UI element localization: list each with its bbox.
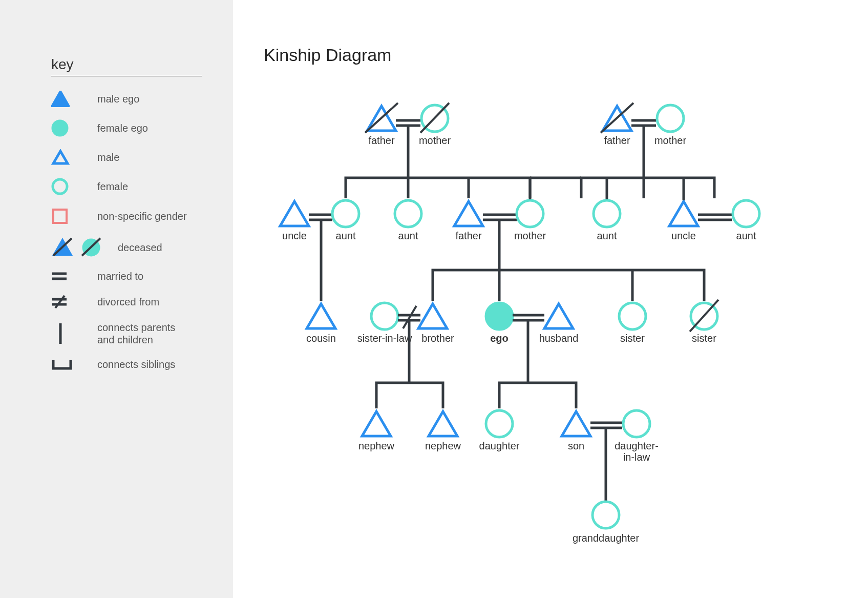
node-g5-granddaughter: granddaughter [573,502,639,544]
node-g1-father-right: father [601,103,633,146]
svg-point-71 [371,303,398,329]
node-g4-son: son [562,411,590,451]
svg-marker-82 [544,304,573,328]
legend-heading: key [51,56,202,76]
legend-panel: key male ego female ego male female [0,0,233,598]
legend-item-parent-child: connects parents and children [51,321,202,346]
node-g3-sister1: sister [619,303,646,344]
svg-marker-91 [362,411,391,436]
svg-point-95 [486,410,513,437]
svg-point-48 [517,200,543,227]
svg-point-101 [623,410,650,437]
node-g4-nephew2: nephew [425,411,461,451]
svg-text:aunt: aunt [398,230,418,241]
legend-item-married: married to [51,270,202,282]
triangle-outline-icon [51,149,97,166]
svg-marker-0 [52,92,69,106]
node-g2-aunt3: aunt [594,200,620,241]
svg-text:nephew: nephew [425,440,461,451]
node-g3-ego: ego [486,303,513,344]
svg-rect-4 [53,210,67,223]
legend-item-siblings: connects siblings [51,358,202,370]
svg-line-87 [690,300,718,332]
node-g2-uncle-left: uncle [280,201,309,241]
sibling-bracket-icon [51,358,97,370]
svg-point-54 [594,200,620,227]
diagram-area: Kinship Diagram father mother [233,0,868,598]
svg-text:mother: mother [514,230,546,241]
svg-marker-35 [280,201,309,226]
node-g2-uncle-right: uncle [669,201,698,241]
node-g4-daughter: daughter [479,410,520,451]
svg-marker-57 [669,201,698,226]
node-g1-mother-left: mother [419,103,451,146]
legend-item-divorced: divorced from [51,295,202,309]
svg-text:aunt: aunt [736,230,756,241]
not-equals-icon [51,295,97,309]
svg-marker-69 [307,304,335,328]
svg-marker-93 [429,411,457,436]
node-g2-mother: mother [514,200,546,241]
kinship-diagram-page: key male ego female ego male female [0,0,868,598]
svg-text:husband: husband [539,333,579,344]
node-g3-brother: brother [418,304,454,344]
deceased-icon [51,237,118,258]
svg-text:brother: brother [421,333,454,344]
svg-text:father: father [455,230,481,241]
svg-point-1 [53,121,67,135]
svg-marker-2 [53,151,68,163]
node-g2-aunt-right: aunt [733,200,759,241]
svg-point-31 [657,105,684,132]
svg-text:ego: ego [490,333,509,344]
svg-point-84 [619,303,646,329]
svg-marker-76 [418,304,447,328]
circle-outline-icon [51,178,97,195]
svg-text:granddaughter: granddaughter [573,532,639,544]
svg-text:father: father [368,135,394,146]
svg-text:aunt: aunt [336,230,356,241]
svg-point-39 [332,200,359,227]
triangle-filled-icon [51,91,97,107]
svg-text:son: son [568,440,584,451]
svg-marker-97 [562,411,590,436]
node-g1-father-left: father [365,103,398,146]
node-g1-mother-right: mother [654,105,687,146]
node-g4-daughter-in-law: daughter-in-law [615,410,659,463]
svg-point-63 [733,200,759,227]
node-g2-father: father [454,201,483,241]
vertical-line-icon [51,322,97,345]
svg-text:uncle: uncle [671,230,696,241]
svg-text:nephew: nephew [358,440,395,451]
node-g3-sister-in-law: sister-in-law [357,303,412,344]
svg-text:uncle: uncle [282,230,307,241]
node-g2-aunt2: aunt [395,200,421,241]
svg-text:cousin: cousin [306,333,336,344]
equals-icon [51,271,97,281]
svg-point-104 [592,502,619,528]
svg-point-41 [395,200,421,227]
node-g3-cousin: cousin [306,304,336,344]
svg-marker-43 [454,201,483,226]
svg-text:sister: sister [692,333,716,344]
node-g2-aunt-left: aunt [332,200,359,241]
node-g4-nephew1: nephew [358,411,395,451]
node-g3-sister2: sister [690,300,718,344]
legend-item-female: female [51,178,202,195]
svg-text:daughter-in-law: daughter-in-law [615,440,659,463]
legend-item-deceased: deceased [51,237,202,258]
svg-text:daughter: daughter [479,440,520,451]
node-g3-husband: husband [539,304,579,344]
legend-item-male: male [51,149,202,166]
svg-point-78 [486,303,513,329]
legend-item-female-ego: female ego [51,119,202,137]
diagram-title: Kinship Diagram [264,45,868,65]
svg-text:aunt: aunt [597,230,617,241]
square-outline-icon [51,208,97,225]
svg-line-13 [55,296,65,308]
svg-text:mother: mother [419,135,451,146]
svg-text:mother: mother [654,135,687,146]
svg-text:sister-in-law: sister-in-law [357,333,412,344]
legend-item-nonspecific: non-specific gender [51,208,202,225]
svg-point-3 [53,179,67,194]
circle-filled-icon [51,119,97,137]
